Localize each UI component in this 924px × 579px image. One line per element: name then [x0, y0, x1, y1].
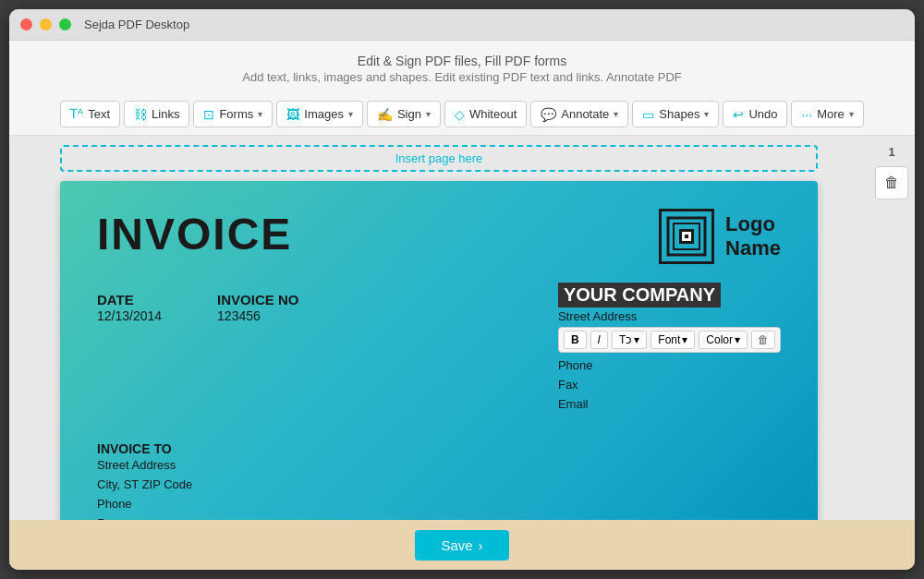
toolbar: Ꭲᴬ Text ⛓ Links ⊡ Forms ▾ 🖼 Images ▾ ✍ S…	[9, 93, 915, 136]
more-icon: ···	[801, 107, 812, 122]
save-button[interactable]: Save ›	[415, 530, 508, 561]
shapes-icon: ▭	[642, 107, 654, 122]
app-window: Sejda PDF Desktop Edit & Sign PDF files,…	[9, 9, 915, 570]
images-icon: 🖼	[286, 107, 299, 122]
annotate-icon: 💬	[541, 107, 556, 122]
date-field: DATE 12/13/2014	[97, 292, 162, 414]
more-button[interactable]: ··· More ▾	[791, 101, 863, 127]
italic-button[interactable]: I	[590, 331, 608, 349]
invoice-to-address: Street Address	[97, 456, 781, 476]
text-icon: Ꭲᴬ	[70, 106, 83, 122]
sign-arrow: ▾	[426, 109, 431, 119]
company-section: YOUR COMPANY Street Address B I Tↄ ▾	[558, 283, 781, 414]
save-arrow-icon: ›	[479, 537, 483, 553]
more-arrow: ▾	[849, 109, 854, 119]
invoice-header-bg: INVOICE	[60, 181, 818, 520]
invoice-to-phone: Phone	[97, 495, 781, 514]
shapes-button[interactable]: ▭ Shapes ▾	[632, 101, 719, 127]
invoice-to-label: INVOICE TO	[97, 441, 781, 456]
close-button[interactable]	[20, 18, 32, 30]
size-button[interactable]: Tↄ ▾	[612, 331, 647, 349]
invoice-no-value: 123456	[217, 308, 261, 323]
whiteout-icon: ◇	[455, 107, 465, 122]
shapes-arrow: ▾	[704, 109, 709, 119]
whiteout-button[interactable]: ◇ Whiteout	[444, 101, 527, 127]
sidebar-right: 1 🗑	[869, 136, 915, 520]
images-button[interactable]: 🖼 Images ▾	[276, 101, 363, 127]
window-title: Sejda PDF Desktop	[84, 18, 189, 31]
invoice-no-field: INVOICE NO 123456	[217, 292, 298, 414]
invoice-title: INVOICE	[97, 209, 292, 259]
header-title: Edit & Sign PDF files, Fill PDF forms	[9, 54, 915, 68]
fax-line: Fax	[558, 376, 781, 395]
svg-rect-4	[685, 235, 688, 238]
invoice-info-row: DATE 12/13/2014 INVOICE NO 123456 YOUR C…	[97, 292, 781, 414]
pdf-scroll-area[interactable]: Insert page here INVOICE	[9, 136, 869, 520]
street-address-label: Street Address	[558, 309, 781, 323]
bottom-bar: Save ›	[9, 520, 915, 570]
save-label: Save	[441, 537, 472, 553]
content-area: Insert page here INVOICE	[9, 136, 915, 520]
phone-line: Phone	[558, 356, 781, 376]
links-button[interactable]: ⛓ Links	[124, 101, 189, 127]
sign-icon: ✍	[377, 107, 393, 122]
invoice-to-city: City, ST ZIP Code	[97, 476, 781, 495]
links-icon: ⛓	[134, 107, 147, 122]
title-bar: Sejda PDF Desktop	[9, 9, 915, 41]
color-arrow: ▾	[735, 333, 740, 346]
company-address: Phone Fax Email	[558, 356, 781, 414]
maximize-button[interactable]	[59, 18, 71, 30]
font-label: Font	[658, 333, 680, 346]
annotate-arrow: ▾	[614, 109, 618, 119]
color-label: Color	[706, 333, 733, 346]
invoice-no-label: INVOICE NO	[217, 292, 298, 308]
images-arrow: ▾	[348, 109, 353, 119]
minimize-button[interactable]	[40, 18, 52, 30]
text-format-toolbar: B I Tↄ ▾ Font ▾	[558, 327, 781, 353]
pdf-page: INVOICE	[60, 181, 818, 520]
header-section: Edit & Sign PDF files, Fill PDF forms Ad…	[9, 41, 915, 93]
forms-button[interactable]: ⊡ Forms ▾	[193, 101, 273, 127]
bold-button[interactable]: B	[564, 331, 587, 349]
delete-page-button[interactable]: 🗑	[875, 166, 908, 199]
email-line: Email	[558, 395, 781, 415]
size-label: Tↄ	[619, 333, 632, 346]
main-area: Edit & Sign PDF files, Fill PDF forms Ad…	[9, 41, 915, 570]
invoice-top-row: INVOICE	[97, 209, 781, 264]
forms-icon: ⊡	[203, 107, 214, 122]
font-arrow: ▾	[682, 333, 687, 346]
undo-icon: ↩	[733, 107, 744, 122]
invoice-to-section: INVOICE TO Street Address City, ST ZIP C…	[97, 441, 781, 520]
font-button[interactable]: Font ▾	[650, 331, 695, 349]
page-number: 1	[888, 145, 894, 159]
annotate-button[interactable]: 💬 Annotate ▾	[530, 101, 628, 127]
insert-page-bar[interactable]: Insert page here	[60, 145, 818, 172]
header-subtitle: Add text, links, images and shapes. Edit…	[9, 70, 915, 84]
forms-arrow: ▾	[258, 109, 262, 119]
date-value: 12/13/2014	[97, 308, 162, 323]
color-button[interactable]: Color ▾	[699, 331, 748, 349]
date-label: DATE	[97, 292, 162, 308]
undo-button[interactable]: ↩ Undo	[723, 101, 787, 127]
delete-text-button[interactable]: 🗑	[751, 331, 775, 349]
logo-area: Logo Name	[659, 209, 781, 264]
company-name[interactable]: YOUR COMPANY	[558, 283, 721, 308]
logo-name: Logo Name	[725, 212, 781, 261]
size-arrow: ▾	[634, 333, 639, 346]
logo-svg	[663, 213, 710, 259]
text-button[interactable]: Ꭲᴬ Text	[60, 101, 120, 127]
logo-icon	[659, 209, 714, 264]
sign-button[interactable]: ✍ Sign ▾	[367, 101, 441, 127]
